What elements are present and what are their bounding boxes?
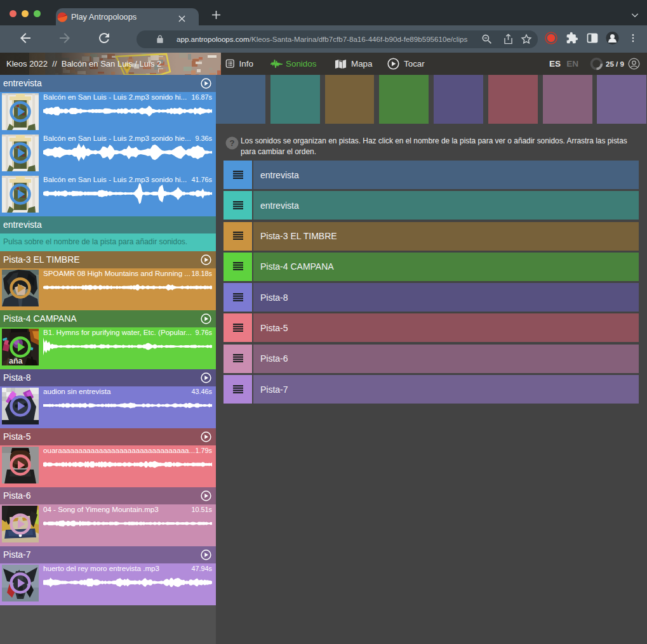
svg-text:aña: aña xyxy=(9,357,23,365)
svg-text:?: ? xyxy=(229,138,234,148)
